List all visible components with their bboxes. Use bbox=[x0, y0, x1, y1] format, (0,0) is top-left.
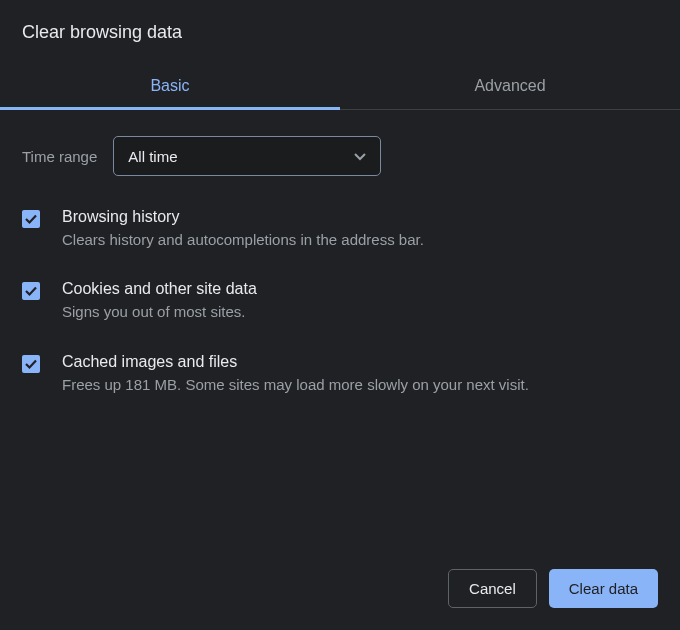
option-title-cache: Cached images and files bbox=[62, 353, 658, 371]
checkbox-browsing-history[interactable] bbox=[22, 210, 40, 228]
check-icon bbox=[24, 284, 38, 298]
option-body: Cached images and files Frees up 181 MB.… bbox=[62, 353, 658, 395]
option-cookies: Cookies and other site data Signs you ou… bbox=[0, 272, 680, 344]
button-row: Cancel Clear data bbox=[448, 569, 658, 608]
time-range-value: All time bbox=[128, 148, 354, 165]
dialog-title: Clear browsing data bbox=[0, 0, 680, 63]
tab-advanced[interactable]: Advanced bbox=[340, 63, 680, 109]
checkbox-cookies[interactable] bbox=[22, 282, 40, 300]
option-title-browsing-history: Browsing history bbox=[62, 208, 658, 226]
time-range-select[interactable]: All time bbox=[113, 136, 381, 176]
option-browsing-history: Browsing history Clears history and auto… bbox=[0, 200, 680, 272]
checkbox-cache[interactable] bbox=[22, 355, 40, 373]
option-body: Browsing history Clears history and auto… bbox=[62, 208, 658, 250]
tabs-container: Basic Advanced bbox=[0, 63, 680, 110]
check-icon bbox=[24, 212, 38, 226]
chevron-down-icon bbox=[354, 147, 366, 165]
tab-basic[interactable]: Basic bbox=[0, 63, 340, 109]
option-desc-cache: Frees up 181 MB. Some sites may load mor… bbox=[62, 375, 658, 395]
cancel-button[interactable]: Cancel bbox=[448, 569, 537, 608]
time-range-row: Time range All time bbox=[0, 110, 680, 200]
option-desc-browsing-history: Clears history and autocompletions in th… bbox=[62, 230, 658, 250]
option-desc-cookies: Signs you out of most sites. bbox=[62, 302, 658, 322]
option-body: Cookies and other site data Signs you ou… bbox=[62, 280, 658, 322]
option-title-cookies: Cookies and other site data bbox=[62, 280, 658, 298]
time-range-label: Time range bbox=[22, 148, 97, 165]
option-cache: Cached images and files Frees up 181 MB.… bbox=[0, 345, 680, 417]
check-icon bbox=[24, 357, 38, 371]
clear-data-button[interactable]: Clear data bbox=[549, 569, 658, 608]
